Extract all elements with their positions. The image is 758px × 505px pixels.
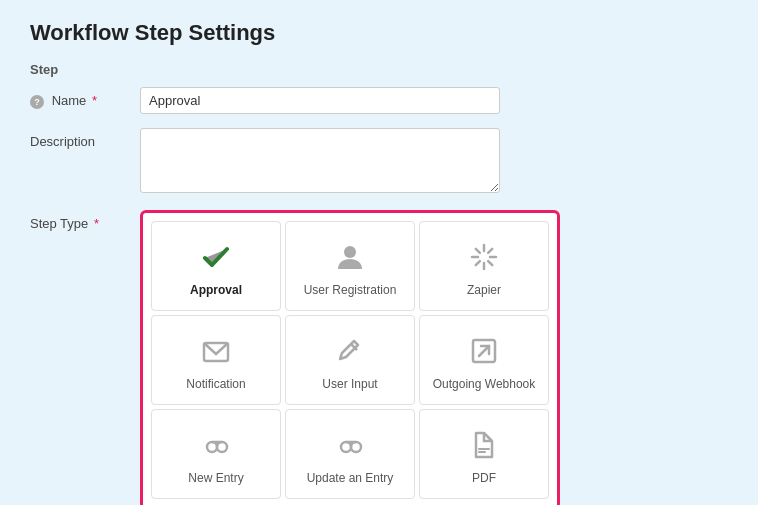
step-type-grid: Approval User Registration <box>140 210 560 505</box>
svg-line-5 <box>476 249 480 253</box>
user-registration-label: User Registration <box>304 283 397 297</box>
step-type-user-input[interactable]: User Input <box>285 315 415 405</box>
outgoing-webhook-label: Outgoing Webhook <box>433 377 536 391</box>
step-type-required-star: * <box>94 216 99 231</box>
approval-icon <box>198 239 234 275</box>
step-type-pdf[interactable]: PDF <box>419 409 549 499</box>
name-field <box>140 87 728 114</box>
step-type-row: Step Type * Approval User Registration <box>30 210 728 505</box>
step-type-new-entry[interactable]: New Entry <box>151 409 281 499</box>
step-type-label: Step Type * <box>30 210 140 231</box>
description-input[interactable] <box>140 128 500 193</box>
page-title: Workflow Step Settings <box>30 20 728 46</box>
update-entry-icon <box>332 427 368 463</box>
step-type-outgoing-webhook[interactable]: Outgoing Webhook <box>419 315 549 405</box>
step-type-approval[interactable]: Approval <box>151 221 281 311</box>
name-input[interactable] <box>140 87 500 114</box>
name-help-icon[interactable]: ? <box>30 95 44 109</box>
step-type-zapier[interactable]: Zapier <box>419 221 549 311</box>
svg-line-8 <box>476 261 480 265</box>
zapier-icon <box>466 239 502 275</box>
name-label: ? Name * <box>30 87 140 109</box>
name-required-star: * <box>92 93 97 108</box>
svg-point-16 <box>341 442 351 452</box>
step-section-label: Step <box>30 62 728 77</box>
svg-line-6 <box>488 261 492 265</box>
description-field <box>140 128 728 196</box>
pdf-icon <box>466 427 502 463</box>
user-registration-icon <box>332 239 368 275</box>
new-entry-label: New Entry <box>188 471 243 485</box>
update-entry-label: Update an Entry <box>307 471 394 485</box>
zapier-label: Zapier <box>467 283 501 297</box>
svg-point-0 <box>344 246 356 258</box>
svg-point-14 <box>217 442 227 452</box>
name-row: ? Name * <box>30 87 728 114</box>
pdf-label: PDF <box>472 471 496 485</box>
new-entry-icon <box>198 427 234 463</box>
notification-icon <box>198 333 234 369</box>
description-label: Description <box>30 128 140 149</box>
user-input-label: User Input <box>322 377 377 391</box>
notification-label: Notification <box>186 377 245 391</box>
outgoing-webhook-icon <box>466 333 502 369</box>
svg-line-7 <box>488 249 492 253</box>
user-input-icon <box>332 333 368 369</box>
svg-point-13 <box>207 442 217 452</box>
step-type-update-entry[interactable]: Update an Entry <box>285 409 415 499</box>
description-row: Description <box>30 128 728 196</box>
approval-label: Approval <box>190 283 242 297</box>
svg-point-17 <box>351 442 361 452</box>
step-type-notification[interactable]: Notification <box>151 315 281 405</box>
step-type-user-registration[interactable]: User Registration <box>285 221 415 311</box>
svg-line-12 <box>479 346 489 356</box>
